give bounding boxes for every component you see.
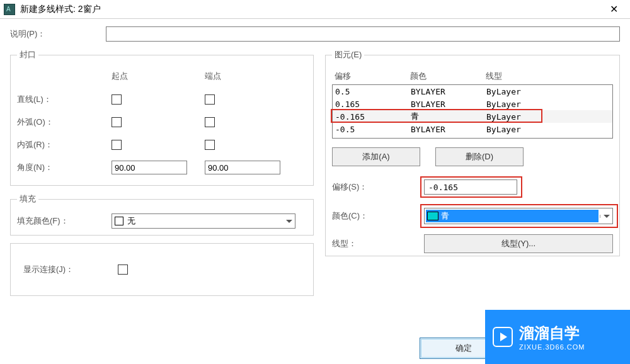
fill-swatch-icon bbox=[115, 217, 123, 225]
angle-start-input[interactable] bbox=[112, 161, 187, 174]
show-joints-label: 显示连接(J)： bbox=[23, 264, 118, 275]
fill-color-select[interactable]: 无 bbox=[112, 213, 295, 229]
list-item[interactable]: -0.5 BYLAYER ByLayer bbox=[333, 123, 612, 135]
offset-input[interactable] bbox=[424, 179, 517, 195]
elements-legend: 图元(E) bbox=[332, 49, 364, 60]
color-swatch-icon bbox=[427, 212, 438, 220]
linetype-button[interactable]: 线型(Y)... bbox=[424, 234, 613, 253]
description-label: 说明(P)： bbox=[10, 28, 106, 40]
linetype-label: 线型： bbox=[332, 238, 424, 249]
caps-inner-label: 内弧(R)： bbox=[17, 139, 112, 151]
caps-legend: 封口 bbox=[17, 49, 38, 60]
joints-group: 显示连接(J)： bbox=[10, 243, 314, 296]
fill-color-value: 无 bbox=[127, 215, 135, 227]
window-title: 新建多线样式: 2窗户 bbox=[20, 4, 601, 15]
list-item[interactable]: 0.5 BYLAYER ByLayer bbox=[333, 85, 612, 98]
angle-end-input[interactable] bbox=[205, 161, 280, 174]
outer-end-checkbox[interactable] bbox=[205, 117, 215, 127]
titlebar: 新建多线样式: 2窗户 ✕ bbox=[0, 0, 630, 19]
show-joints-checkbox[interactable] bbox=[118, 264, 128, 275]
inner-end-checkbox[interactable] bbox=[205, 140, 215, 150]
line-end-checkbox[interactable] bbox=[205, 94, 215, 105]
caps-line-label: 直线(L)： bbox=[17, 94, 112, 105]
fill-group: 填充 填充颜色(F)： 无 bbox=[10, 193, 314, 236]
elements-list[interactable]: 0.5 BYLAYER ByLayer 0.165 BYLAYER ByLaye… bbox=[332, 84, 613, 139]
caps-outer-label: 外弧(O)： bbox=[17, 117, 112, 128]
close-icon[interactable]: ✕ bbox=[601, 1, 626, 18]
inner-start-checkbox[interactable] bbox=[112, 140, 122, 150]
line-start-checkbox[interactable] bbox=[112, 94, 122, 105]
color-select[interactable]: 青 bbox=[424, 208, 613, 224]
watermark-brand: 溜溜自学 bbox=[519, 323, 585, 343]
chevron-down-icon bbox=[604, 215, 610, 218]
app-icon bbox=[4, 4, 15, 15]
delete-button[interactable]: 删除(D) bbox=[435, 147, 524, 166]
chevron-down-icon bbox=[286, 220, 292, 223]
caps-angle-label: 角度(N)： bbox=[17, 162, 112, 173]
caps-group: 封口 起点 端点 直线(L)： 外弧(O)： 内弧(R)： bbox=[10, 49, 314, 186]
description-input[interactable] bbox=[106, 26, 620, 42]
fill-legend: 填充 bbox=[17, 193, 38, 205]
list-item[interactable]: 0.165 BYLAYER ByLayer bbox=[333, 98, 612, 110]
fill-color-label: 填充颜色(F)： bbox=[17, 215, 112, 227]
outer-start-checkbox[interactable] bbox=[112, 117, 122, 127]
color-value: 青 bbox=[441, 210, 449, 222]
watermark-url: ZIXUE.3D66.COM bbox=[519, 343, 585, 351]
elem-col-color: 颜色 bbox=[410, 71, 486, 82]
color-label: 颜色(C)： bbox=[332, 210, 424, 222]
elements-group: 图元(E) 偏移 颜色 线型 0.5 BYLAYER ByLayer 0.165… bbox=[325, 49, 620, 256]
caps-header-end: 端点 bbox=[205, 71, 298, 82]
offset-label: 偏移(S)： bbox=[332, 181, 424, 193]
list-item[interactable]: -0.165 青 ByLayer bbox=[333, 110, 612, 123]
play-icon bbox=[493, 327, 513, 347]
add-button[interactable]: 添加(A) bbox=[332, 147, 420, 166]
watermark: 溜溜自学 ZIXUE.3D66.COM bbox=[485, 310, 630, 364]
elem-col-offset: 偏移 bbox=[335, 71, 410, 82]
caps-header-start: 起点 bbox=[112, 71, 205, 82]
elem-col-linetype: 线型 bbox=[486, 71, 613, 82]
